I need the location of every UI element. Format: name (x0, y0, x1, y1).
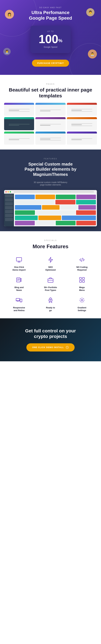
cta-button-icon: ☝ (66, 346, 69, 349)
gradient-label: GradientSettings (77, 306, 86, 312)
seo-label: SEOOptimized (45, 266, 56, 272)
specials-label: SPECIALS (3, 240, 98, 241)
features-grid: One-ClickDemo Import SEOOptimized NO Cod… (5, 255, 96, 312)
svg-rect-0 (16, 258, 22, 261)
sidebar-item-5 (5, 210, 13, 213)
svg-point-18 (81, 299, 83, 301)
svg-rect-8 (79, 278, 81, 280)
page-thumb-5[interactable] (35, 117, 65, 130)
lightning-icon (47, 256, 54, 263)
no-coding-icon-box (77, 255, 87, 264)
cta-button[interactable]: ONE CLICK DEMO INSTALL ☝ (26, 343, 75, 352)
block-2 (35, 194, 55, 199)
rocket-icon (47, 297, 54, 304)
page-thumb-1[interactable] (4, 103, 34, 116)
block-20 (56, 221, 76, 225)
code-icon (78, 256, 85, 263)
blog-icon-box (14, 276, 24, 284)
url-bar (14, 191, 94, 193)
svg-point-17 (50, 299, 51, 300)
features-title: Special Custom madePage Builder elements… (3, 162, 98, 177)
block-15 (15, 216, 38, 220)
sidebar-item-1 (5, 194, 13, 198)
purchase-button[interactable]: PURCHASE CRYPTIBIT (32, 60, 69, 67)
page-thumb-6[interactable] (67, 117, 97, 130)
block-19 (35, 221, 55, 225)
builder-row-1 (15, 194, 96, 199)
builder-row-4 (15, 210, 96, 215)
feature-mega-menu: MegaMenu (67, 276, 96, 292)
builder-content (4, 194, 97, 226)
features-label: FEATURES (3, 158, 98, 160)
pages-label: PAGES (3, 83, 98, 85)
builder-row-5 (15, 216, 96, 220)
avatar-2: 👨 (86, 8, 94, 16)
block-8 (15, 205, 41, 210)
demo-import-icon-box (14, 255, 24, 264)
gear-icon (78, 297, 85, 304)
sidebar-item-2 (5, 198, 13, 202)
speed-upto: UP TO (39, 30, 62, 32)
purchase-btn-wrapper: PURCHASE CRYPTIBIT (3, 58, 98, 67)
block-10 (60, 205, 78, 210)
speed-number-display: 100% (39, 33, 62, 45)
builder-row-3 (15, 205, 96, 210)
menu-grid-icon (78, 276, 85, 283)
cta-section: Get full control on yourcrypto projects … (0, 318, 101, 361)
page-thumb-9[interactable] (67, 132, 97, 144)
builder-row-2 (15, 200, 96, 204)
blog-label: Blog andNews (15, 286, 24, 292)
feature-blog: Blog andNews (5, 276, 34, 292)
page-thumb-3[interactable] (67, 103, 97, 116)
pages-grid (3, 103, 98, 144)
svg-rect-10 (79, 280, 81, 282)
no-coding-label: NO CodingRequired (76, 266, 87, 272)
cta-button-label: ONE CLICK DEMO INSTALL (32, 346, 64, 348)
portfolio-icon-box (46, 276, 55, 284)
block-3 (56, 194, 76, 199)
feature-demo-import: One-ClickDemo Import (5, 255, 34, 272)
builder-top-bar (4, 190, 97, 194)
sidebar-item-7 (5, 218, 13, 221)
avatar-1: 👩 (5, 10, 14, 19)
newspaper-icon (16, 276, 23, 283)
speed-card: UP TO 100% Google Speed (30, 26, 70, 53)
block-16 (38, 216, 61, 220)
dot-yellow (8, 191, 9, 192)
block-18 (15, 221, 35, 225)
builder-screenshot (4, 190, 97, 226)
speed-number: 100 (39, 32, 58, 46)
ready-icon-box (46, 296, 55, 305)
gradient-icon-box (77, 296, 87, 305)
page-thumb-7[interactable] (4, 132, 34, 144)
speed-section: 👩 👨 👩‍💼 👨‍💼 SO EASY AND FAST Ultra Perfo… (0, 0, 101, 75)
pages-title: Beautiful set of practical inner page te… (3, 87, 98, 99)
block-7 (76, 200, 96, 204)
dot-red (6, 191, 7, 192)
feature-gradient: GradientSettings (67, 296, 96, 312)
monitor-icon (16, 256, 23, 263)
seo-icon-box (46, 255, 55, 264)
speed-card-wrapper: UP TO 100% Google Speed (30, 26, 70, 53)
feature-no-coding: NO CodingRequired (67, 255, 96, 272)
block-13 (36, 210, 75, 215)
avatar-3: 👩‍💼 (3, 48, 11, 55)
pages-section: PAGES Beautiful set of practical inner p… (0, 75, 101, 150)
speed-title: Ultra PerfomanceGoogle Page Speed (3, 10, 98, 21)
block-11 (78, 205, 96, 210)
feature-portfolio: 50+ PortfolioPost Types (36, 276, 65, 292)
speed-google-label: Google Speed (39, 46, 62, 48)
svg-point-16 (21, 301, 21, 302)
mega-menu-icon-box (77, 276, 87, 284)
speed-percent: % (58, 38, 62, 43)
responsive-icon-box (14, 296, 24, 305)
svg-rect-9 (82, 278, 84, 280)
builder-main (14, 194, 97, 226)
page-thumb-8[interactable] (35, 132, 65, 144)
page-thumb-2[interactable] (35, 103, 65, 116)
dot-green (10, 191, 11, 192)
avatar-4: 👨‍💼 (88, 50, 97, 58)
block-21 (76, 221, 96, 225)
page-thumb-4[interactable] (4, 117, 34, 130)
block-9 (42, 205, 59, 210)
